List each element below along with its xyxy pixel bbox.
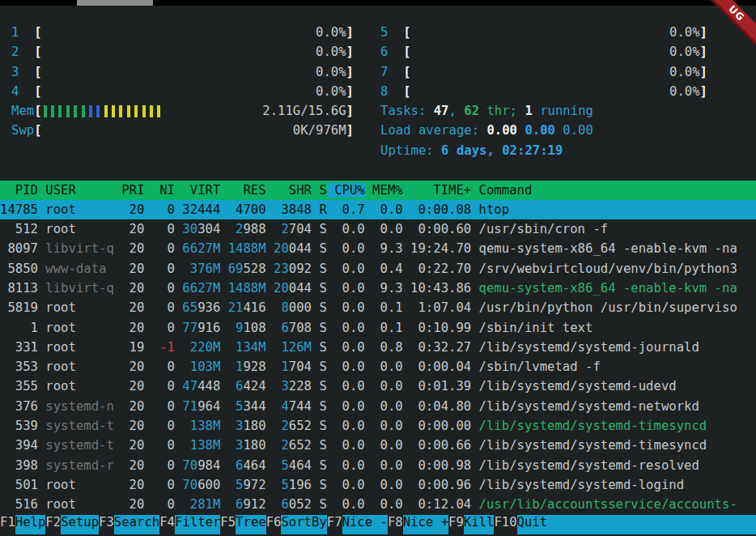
column-header-time[interactable]: TIME+	[403, 183, 472, 198]
fkey-f10-quit[interactable]: F10Quit	[494, 515, 756, 534]
column-header-command[interactable]: Command	[471, 183, 532, 198]
cell-state: S	[312, 379, 327, 393]
process-row-14785[interactable]: 14785 root 20 0 32444 4700 3848 R 0.7 0.…	[0, 200, 756, 219]
cell-time: 0:32.27	[403, 340, 472, 355]
fkey-key: F5	[220, 515, 236, 534]
meter-value: 0.0%	[316, 42, 346, 62]
process-row-353[interactable]: 353 root 20 0 103M 1928 1704 S 0.0 0.0 0…	[0, 357, 756, 376]
cpu-meter-6: 6 [0.0%]	[380, 42, 707, 62]
column-header-pid[interactable]: PID	[0, 183, 38, 198]
fkey-key: F8	[388, 515, 403, 534]
fkey-f6-sortby[interactable]: F6SortBy	[266, 515, 327, 534]
meter-close-bracket: ]	[700, 45, 707, 59]
cell-command: /lib/systemd/systemd-journald	[471, 340, 699, 355]
column-header-virt[interactable]: VIRT	[175, 183, 220, 198]
cell-shr: 3	[281, 379, 288, 393]
process-row-516[interactable]: 516 root 20 0 281M 6912 6052 S 0.0 0.0 0…	[0, 495, 756, 514]
cell-mem: 0.0	[365, 478, 403, 492]
column-header-ni[interactable]: NI	[144, 183, 175, 198]
cell-pri: 20	[114, 379, 145, 393]
cell-pri: 20	[114, 478, 145, 492]
cell-command: /sbin/lvmetad -f	[471, 359, 601, 374]
cell-pri: 20	[114, 399, 145, 414]
tasks-summary-part: Tasks:	[380, 104, 434, 118]
cell-time: 0:01.39	[403, 379, 472, 393]
process-row-501[interactable]: 501 root 20 0 70600 5972 5196 S 0.0 0.0 …	[0, 475, 756, 495]
cell-time: 0:00.00	[403, 419, 472, 433]
cell-cpu: 0.0	[327, 419, 365, 433]
process-row-394[interactable]: 394 systemd-t 20 0 138M 3180 2652 S 0.0 …	[0, 436, 756, 455]
table-header: PID USER PRI NI VIRT RES SHR S CPU% MEM%…	[0, 181, 756, 200]
cell-mem: 0.0	[365, 497, 403, 512]
fkey-f4-filter[interactable]: F4Filter	[159, 515, 220, 534]
fkey-label: Nice -	[342, 515, 388, 534]
fkey-f8-nice[interactable]: F8Nice +	[388, 515, 448, 534]
meter-bar	[66, 105, 70, 117]
cell-user: systemd-r	[38, 458, 114, 473]
cell-time: 0:22.70	[403, 262, 472, 276]
cell-state: R	[312, 202, 327, 217]
process-row-8113[interactable]: 8113 libvirt-q 20 0 6627M 1488M 20044 S …	[0, 279, 756, 298]
cell-command: /lib/systemd/systemd-networkd	[471, 399, 699, 414]
process-row-539[interactable]: 539 systemd-t 20 0 138M 3180 2652 S 0.0 …	[0, 416, 756, 436]
cell-ni: 0	[144, 222, 175, 236]
cell-res: 69	[228, 262, 244, 276]
meter-open-bracket: [	[403, 25, 410, 40]
fkey-f5-tree[interactable]: F5Tree	[220, 515, 265, 534]
cell-state: S	[312, 262, 327, 276]
column-header-mem[interactable]: MEM%	[365, 183, 403, 198]
tasks-summary-part: thr;	[479, 104, 525, 118]
cell-mem: 0.0	[365, 458, 403, 473]
cell-shr: 8	[281, 300, 288, 315]
tasks-summary-part: 62	[464, 104, 479, 118]
process-row-398[interactable]: 398 systemd-r 20 0 70984 6464 5464 S 0.0…	[0, 456, 756, 475]
cpu-meter-2: 2 [0.0%]	[11, 42, 354, 62]
cell-cpu: 0.0	[327, 241, 365, 256]
fkey-f2-setup[interactable]: F2Setup	[45, 515, 99, 534]
cell-mem: 0.1	[365, 321, 403, 335]
process-row-8097[interactable]: 8097 libvirt-q 20 0 6627M 1488M 20044 S …	[0, 239, 756, 258]
process-row-376[interactable]: 376 systemd-n 20 0 71964 5344 4744 S 0.0…	[0, 397, 756, 416]
cell-res: 21	[228, 300, 244, 315]
fkey-key: F7	[327, 515, 342, 534]
process-row-1[interactable]: 1 root 20 0 77916 9108 6708 S 0.0 0.1 0:…	[0, 318, 756, 338]
fkey-f3-search[interactable]: F3Search	[99, 515, 159, 534]
background-tab-handle[interactable]	[77, 0, 153, 6]
meter-label: 4	[11, 84, 34, 99]
process-row-512[interactable]: 512 root 20 0 30304 2988 2704 S 0.0 0.0 …	[0, 219, 756, 239]
fkey-f9-kill[interactable]: F9Kill	[448, 515, 494, 534]
cell-cpu: 0.0	[327, 321, 365, 335]
cell-shr: 20	[274, 241, 289, 256]
cell-state: S	[312, 438, 327, 453]
column-header-user[interactable]: USER	[38, 183, 114, 198]
cell-user: www-data	[38, 262, 114, 276]
cell-ni: 0	[144, 262, 175, 276]
meter-open-bracket: [	[34, 25, 41, 40]
meter-label: 3	[11, 65, 34, 79]
cell-time: 0:00.66	[403, 438, 472, 453]
meter-open-bracket: [	[403, 84, 410, 99]
column-header-shr[interactable]: SHR	[266, 183, 312, 198]
fkey-label: SortBy	[281, 515, 326, 534]
meter-open-bracket: [	[403, 45, 410, 59]
process-row-355[interactable]: 355 root 20 0 47448 6424 3228 S 0.0 0.0 …	[0, 376, 756, 396]
cell-ni: -1	[144, 340, 175, 355]
cell-ni: 0	[144, 321, 175, 335]
load-average-part	[517, 123, 525, 138]
cell-command: qemu-system-x86_64 -enable-kvm -na	[471, 241, 737, 256]
fkey-key: F6	[266, 515, 282, 534]
meter-label: Swp	[11, 123, 34, 138]
process-row-331[interactable]: 331 root 19 -1 220M 134M 126M S 0.0 0.8 …	[0, 338, 756, 357]
cell-mem: 0.0	[365, 202, 403, 217]
cell-virt: 281M	[190, 497, 221, 512]
cpu-meter-8: 8 [0.0%]	[380, 82, 707, 101]
fkey-f7-nice[interactable]: F7Nice -	[327, 515, 388, 534]
process-row-5819[interactable]: 5819 root 20 0 65936 21416 8000 S 0.0 0.…	[0, 298, 756, 317]
cell-shr: 3	[281, 202, 288, 217]
fkey-f1-help[interactable]: F1Help	[0, 515, 45, 534]
column-header-s[interactable]: S	[312, 183, 327, 198]
column-header-res[interactable]: RES	[220, 183, 265, 198]
process-row-5850[interactable]: 5850 www-data 20 0 376M 69528 23092 S 0.…	[0, 259, 756, 279]
column-header-cpu[interactable]: CPU%	[327, 183, 365, 198]
column-header-pri[interactable]: PRI	[114, 183, 145, 198]
